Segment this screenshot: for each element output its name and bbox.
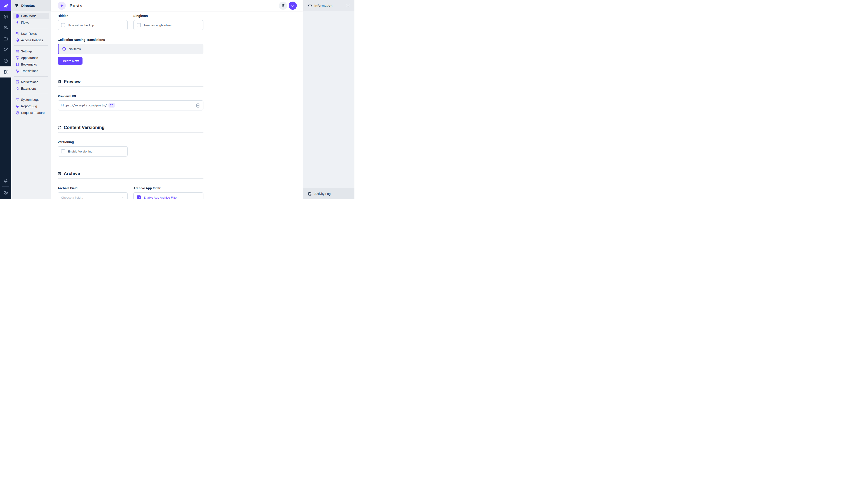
main-header: Posts xyxy=(51,0,303,11)
hidden-label: Hidden xyxy=(58,14,128,18)
notifications-bell-icon xyxy=(3,178,8,183)
content-module-button[interactable] xyxy=(0,11,11,22)
info-icon xyxy=(62,47,66,51)
collection-settings-form: Hidden Hide within the App Singleton Tre… xyxy=(51,11,303,199)
back-button[interactable] xyxy=(58,2,66,10)
project-shield-icon xyxy=(14,3,19,8)
close-icon xyxy=(346,4,350,7)
nav-item-data-model[interactable]: Data Model xyxy=(13,13,49,19)
nav-divider xyxy=(14,76,48,76)
info-sidebar: Information Activity Log xyxy=(303,0,354,199)
nav-item-translations[interactable]: Translations xyxy=(13,68,49,74)
account-button[interactable] xyxy=(0,188,11,199)
nav-item-report-bug[interactable]: Report Bug xyxy=(13,103,49,109)
project-header[interactable]: Directus xyxy=(11,0,51,11)
database-icon xyxy=(16,14,20,18)
singleton-checkbox[interactable]: Treat as single object xyxy=(133,20,204,30)
insights-icon xyxy=(3,47,8,52)
collection-naming-translations-field: Collection Naming Translations No items … xyxy=(58,38,303,65)
checkbox-unchecked-icon xyxy=(61,149,65,153)
archive-icon xyxy=(58,172,62,176)
files-folder-icon xyxy=(3,36,8,41)
notifications-button[interactable] xyxy=(0,176,11,186)
nav-item-system-logs[interactable]: System Logs xyxy=(13,96,49,103)
info-sidebar-body xyxy=(303,11,354,188)
bug-icon xyxy=(16,104,20,108)
terminal-icon xyxy=(16,98,20,102)
help-button[interactable] xyxy=(0,55,11,66)
section-divider xyxy=(58,132,204,133)
checkbox-unchecked-icon xyxy=(137,23,141,27)
preview-url-label: Preview URL xyxy=(58,94,303,98)
save-button[interactable] xyxy=(289,2,297,10)
singleton-field: Singleton Treat as single object xyxy=(133,14,204,30)
module-bar-bottom xyxy=(0,176,11,199)
versioning-field: Versioning Enable Versioning xyxy=(58,140,303,157)
archive-section-header: Archive xyxy=(58,171,303,176)
archive-field-select[interactable]: Choose a field... xyxy=(58,192,128,199)
id-variable-chip[interactable]: ID xyxy=(108,103,115,107)
storefront-icon xyxy=(16,80,20,84)
account-circle-icon xyxy=(3,190,8,195)
checkbox-unchecked-icon xyxy=(61,23,65,27)
content-versioning-section-header: Content Versioning xyxy=(58,125,303,130)
nav-list: Data Model Flows User Roles xyxy=(11,11,51,116)
preview-url-input[interactable]: https://example.com/posts/ ID xyxy=(58,100,204,110)
nav-item-settings[interactable]: Settings xyxy=(13,48,49,55)
settings-gear-icon xyxy=(3,70,8,74)
nav-divider xyxy=(14,94,48,94)
preview-url-field: Preview URL https://example.com/posts/ I… xyxy=(58,94,303,110)
archive-app-filter-field: Archive App Filter Enable App Archive Fi… xyxy=(133,186,204,199)
users-module-button[interactable] xyxy=(0,22,11,33)
content-versioning-icon xyxy=(58,126,62,130)
shield-user-icon xyxy=(16,38,20,42)
add-box-icon xyxy=(195,103,200,108)
hidden-checkbox[interactable]: Hide within the App xyxy=(58,20,128,30)
check-icon xyxy=(291,3,295,8)
tune-icon xyxy=(16,49,20,53)
versioning-label: Versioning xyxy=(58,140,303,144)
checkbox-checked-icon xyxy=(137,195,141,199)
app-root: Directus Data Model Flows xyxy=(0,0,354,199)
nav-divider xyxy=(14,45,48,46)
nav-item-marketplace[interactable]: Marketplace xyxy=(13,78,49,85)
section-divider xyxy=(58,178,204,179)
hidden-field: Hidden Hide within the App xyxy=(58,14,128,30)
section-divider xyxy=(58,86,204,87)
enable-app-archive-filter-checkbox[interactable]: Enable App Archive Filter xyxy=(133,192,204,199)
main-area: Posts Hidden Hide with xyxy=(51,0,303,199)
extensions-icon xyxy=(16,87,20,91)
nav-item-user-roles[interactable]: User Roles xyxy=(13,30,49,37)
archive-field: Archive Field Choose a field... xyxy=(58,186,128,199)
add-variable-button[interactable] xyxy=(195,103,200,108)
settings-module-button[interactable] xyxy=(0,66,11,77)
preview-icon xyxy=(58,80,62,84)
delete-button[interactable] xyxy=(279,2,287,10)
arrow-left-icon xyxy=(59,3,64,8)
preview-section-header: Preview xyxy=(58,79,303,84)
bolt-icon xyxy=(16,21,20,25)
create-new-button[interactable]: Create New xyxy=(58,57,83,65)
nav-item-appearance[interactable]: Appearance xyxy=(13,55,49,61)
nav-divider xyxy=(14,28,48,28)
files-module-button[interactable] xyxy=(0,33,11,44)
rabbit-icon xyxy=(2,3,9,8)
nav-item-bookmarks[interactable]: Bookmarks xyxy=(13,61,49,68)
chevron-down-icon xyxy=(121,196,124,199)
help-icon xyxy=(3,59,8,63)
palette-icon xyxy=(16,56,20,60)
people-icon xyxy=(16,32,20,36)
enable-versioning-checkbox[interactable]: Enable Versioning xyxy=(58,146,128,157)
close-sidebar-button[interactable] xyxy=(345,3,351,8)
directus-rabbit-logo[interactable] xyxy=(0,0,11,11)
settings-nav-sidebar: Directus Data Model Flows xyxy=(11,0,51,199)
info-sidebar-header: Information xyxy=(303,0,354,11)
nav-item-flows[interactable]: Flows xyxy=(13,19,49,26)
insights-module-button[interactable] xyxy=(0,44,11,55)
activity-log-button[interactable]: Activity Log xyxy=(303,188,354,199)
nav-item-request-feature[interactable]: Request Feature xyxy=(13,109,49,116)
nav-item-extensions[interactable]: Extensions xyxy=(13,85,49,92)
trash-icon xyxy=(281,3,285,8)
page-title: Posts xyxy=(69,3,82,8)
nav-item-access-policies[interactable]: Access Policies xyxy=(13,37,49,43)
